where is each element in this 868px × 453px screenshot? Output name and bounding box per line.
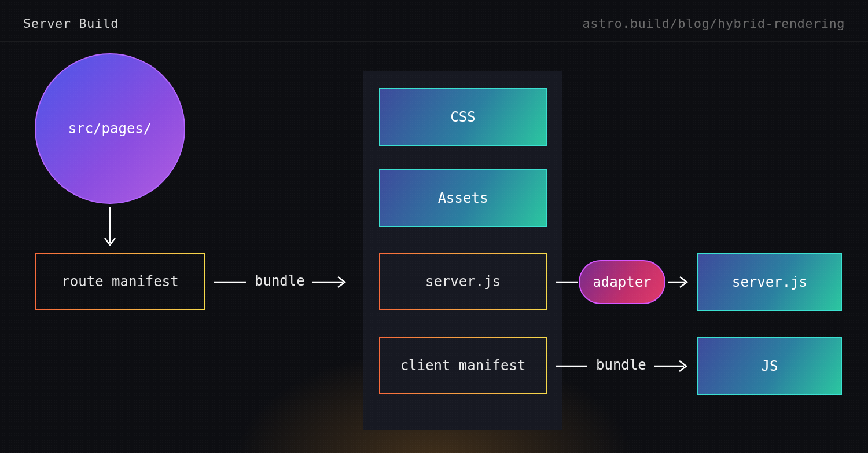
node-route-manifest-label: route manifest <box>61 273 178 290</box>
node-client-manifest: client manifest <box>379 337 547 394</box>
node-server-js-out: server.js <box>697 253 842 311</box>
node-js-out-label: JS <box>762 358 778 374</box>
diagram-canvas: src/pages/ route manifest bundle CSS Ass… <box>0 42 868 450</box>
node-client-manifest-label: client manifest <box>400 357 526 374</box>
arrow-right-icon <box>556 281 578 283</box>
node-assets: Assets <box>379 169 547 227</box>
page-title: Server Build <box>23 16 119 31</box>
arrow-right-icon <box>556 365 587 367</box>
node-assets-label: Assets <box>438 190 488 206</box>
node-adapter-label: adapter <box>593 274 651 290</box>
arrow-right-icon <box>668 281 692 283</box>
label-bundle-2: bundle <box>596 357 646 373</box>
node-css: CSS <box>379 88 547 146</box>
arrow-right-icon <box>654 365 692 367</box>
node-src-pages-label: src/pages/ <box>68 120 152 137</box>
source-url: astro.build/blog/hybrid-rendering <box>582 16 845 31</box>
header: Server Build astro.build/blog/hybrid-ren… <box>0 0 868 42</box>
node-js-out: JS <box>697 337 842 395</box>
node-css-label: CSS <box>450 109 475 125</box>
label-bundle-1: bundle <box>255 273 305 289</box>
node-adapter: adapter <box>579 260 665 304</box>
arrow-down-icon <box>109 207 111 250</box>
node-src-pages: src/pages/ <box>35 53 185 204</box>
arrow-right-icon <box>312 281 350 283</box>
node-server-js-out-label: server.js <box>732 274 807 290</box>
arrow-right-icon <box>214 281 246 283</box>
node-route-manifest: route manifest <box>35 253 205 310</box>
node-server-js: server.js <box>379 253 547 310</box>
node-server-js-label: server.js <box>425 273 501 290</box>
